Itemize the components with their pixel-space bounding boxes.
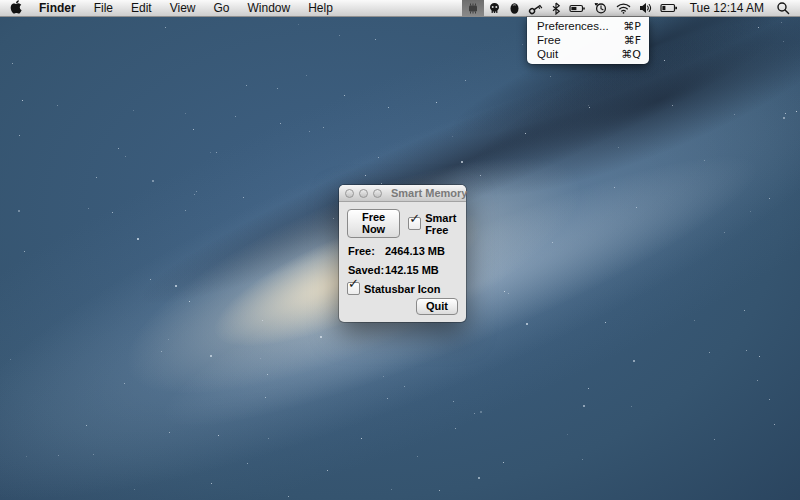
time-machine-icon[interactable] [590, 0, 612, 17]
black-oval-icon[interactable] [505, 0, 524, 17]
menu-bar: Finder File Edit View Go Window Help [0, 0, 800, 17]
menu-view[interactable]: View [161, 0, 205, 17]
statusbar-icon-label: Statusbar Icon [364, 283, 440, 295]
quit-button[interactable]: Quit [416, 298, 458, 315]
free-label: Free: [348, 245, 385, 257]
window-title: Smart Memory [391, 187, 467, 199]
desktop: Finder File Edit View Go Window Help [0, 0, 800, 500]
menu-item-label: Free [537, 34, 561, 46]
skull-icon[interactable] [484, 0, 505, 17]
menu-item-shortcut: ⌘Q [621, 48, 641, 61]
menu-go[interactable]: Go [205, 0, 239, 17]
bluetooth-icon[interactable] [547, 0, 565, 17]
apple-menu[interactable] [4, 0, 30, 17]
smart-free-checkbox[interactable]: ✓ Smart Free [408, 212, 458, 236]
menu-file[interactable]: File [85, 0, 122, 17]
checkmark-icon: ✓ [348, 277, 359, 290]
free-stat-row: Free: 2464.13 MB [347, 245, 458, 257]
keyboard-battery-icon[interactable] [565, 0, 590, 17]
menu-item-preferences[interactable]: Preferences... ⌘P [527, 19, 649, 33]
smart-memory-status-icon[interactable] [462, 0, 484, 17]
volume-icon[interactable] [635, 0, 656, 17]
statusbar-icon-checkbox[interactable]: ✓ Statusbar Icon [347, 282, 458, 295]
window-titlebar[interactable]: Smart Memory [339, 185, 466, 202]
battery-icon[interactable] [656, 0, 682, 17]
status-dropdown-menu: Preferences... ⌘P Free ⌘F Quit ⌘Q [527, 17, 649, 64]
menu-item-quit[interactable]: Quit ⌘Q [527, 47, 649, 61]
menu-item-free[interactable]: Free ⌘F [527, 33, 649, 47]
wifi-icon[interactable] [612, 0, 635, 17]
smart-memory-window: Smart Memory Free Now ✓ Smart Free Free:… [339, 185, 466, 322]
close-button[interactable] [345, 189, 354, 198]
checkbox-box[interactable]: ✓ [408, 217, 421, 230]
menu-item-shortcut: ⌘F [624, 34, 641, 47]
menu-item-label: Preferences... [537, 20, 609, 32]
saved-label: Saved: [348, 264, 385, 276]
checkbox-box[interactable]: ✓ [347, 282, 360, 295]
free-now-button[interactable]: Free Now [347, 209, 400, 238]
free-value: 2464.13 MB [385, 245, 445, 257]
menu-item-label: Quit [537, 48, 558, 60]
smart-free-label: Smart Free [425, 212, 458, 236]
menu-finder[interactable]: Finder [30, 0, 85, 17]
menu-item-shortcut: ⌘P [623, 20, 641, 33]
menu-edit[interactable]: Edit [122, 0, 161, 17]
minimize-button[interactable] [359, 189, 368, 198]
spotlight-icon[interactable] [772, 0, 794, 17]
saved-stat-row: Saved: 142.15 MB [347, 264, 458, 276]
menu-bar-clock[interactable]: Tue 12:14 AM [682, 0, 772, 17]
apple-logo-icon [10, 0, 22, 17]
checkmark-icon: ✓ [409, 212, 420, 225]
menu-help[interactable]: Help [299, 0, 342, 17]
saved-value: 142.15 MB [385, 264, 439, 276]
zoom-button[interactable] [373, 189, 382, 198]
menu-window[interactable]: Window [239, 0, 300, 17]
key-icon[interactable] [524, 0, 547, 17]
